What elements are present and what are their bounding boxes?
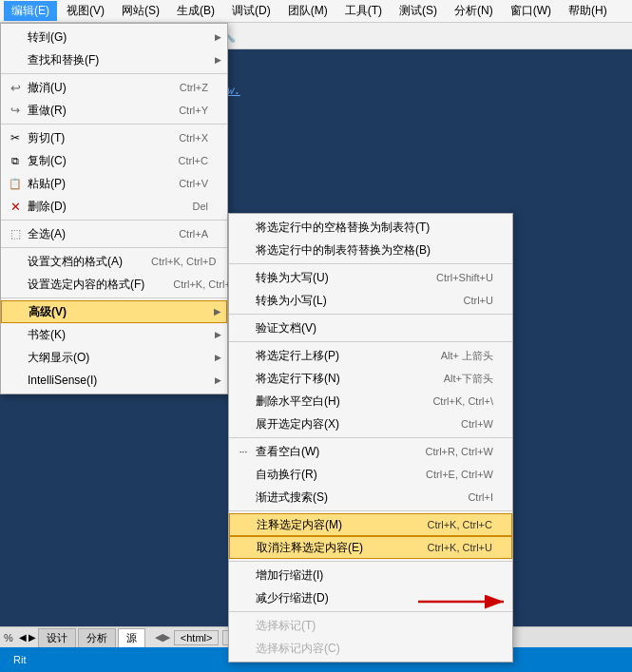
- zoom-label: %: [4, 632, 13, 643]
- adv-tab-to-space-label: 将选定行中的制表符替换为空格(B): [256, 242, 431, 259]
- cut-icon: ✂: [7, 131, 24, 144]
- adv-select-tag: 选择标记(T): [229, 614, 512, 637]
- menu-docformat[interactable]: 设置文档的格式(A) Ctrl+K, Ctrl+D: [1, 250, 227, 273]
- menu-docformat-label: 设置文档的格式(A): [28, 254, 123, 270]
- menu-delete[interactable]: ✕ 删除(D) Del: [1, 195, 227, 218]
- adv-expand[interactable]: 展开选定内容(X) Ctrl+W: [229, 413, 512, 435]
- breadcrumb-separator: ◀▶: [155, 631, 170, 643]
- menu-undo-shortcut: Ctrl+Z: [151, 82, 208, 93]
- adv-incremental-shortcut: Ctrl+I: [439, 491, 493, 503]
- menu-findreplace-label: 查找和替换(F): [28, 52, 99, 68]
- menu-selformat[interactable]: 设置选定内容的格式(F) Ctrl+K, Ctrl+F: [1, 273, 227, 296]
- adv-move-up[interactable]: 将选定行上移(P) Alt+ 上箭头: [229, 344, 512, 367]
- menu-selectall[interactable]: ⬚ 全选(A) Ctrl+A: [1, 222, 227, 245]
- sep-2: [1, 124, 227, 125]
- adv-wordwrap-label: 自动换行(R): [256, 467, 317, 483]
- menu-cut-shortcut: Ctrl+X: [150, 132, 208, 144]
- adv-validate[interactable]: 验证文档(V): [229, 317, 512, 339]
- adv-move-up-shortcut: Alt+ 上箭头: [412, 349, 493, 363]
- menu-paste[interactable]: 📋 粘贴(P) Ctrl+V: [1, 172, 227, 195]
- menu-findreplace[interactable]: 查找和替换(F): [1, 48, 227, 71]
- menu-bookmarks[interactable]: 书签(K): [1, 323, 227, 346]
- scroll-left-icon[interactable]: ◀: [19, 632, 27, 643]
- adv-sep-7: [229, 611, 512, 612]
- menu-goto[interactable]: 转到(G): [1, 26, 227, 48]
- adv-incremental-label: 渐进式搜索(S): [256, 490, 328, 506]
- menu-cut[interactable]: ✂ 剪切(T) Ctrl+X: [1, 126, 227, 149]
- menu-copy[interactable]: ⧉ 复制(C) Ctrl+C: [1, 149, 227, 172]
- adv-validate-label: 验证文档(V): [256, 320, 316, 336]
- menu-bookmarks-label: 书签(K): [28, 327, 66, 343]
- adv-sep-4: [229, 437, 512, 438]
- adv-move-down-shortcut: Alt+下箭头: [415, 372, 493, 386]
- adv-comment[interactable]: 注释选定内容(M) Ctrl+K, Ctrl+C: [229, 513, 512, 536]
- adv-select-tag-label: 选择标记(T): [256, 618, 316, 634]
- menu-edit[interactable]: 编辑(E): [4, 1, 57, 21]
- menu-cut-label: 剪切(T): [28, 130, 65, 146]
- menu-analyze[interactable]: 分析(N): [447, 1, 501, 21]
- scroll-right-icon[interactable]: ▶: [29, 632, 36, 643]
- menu-delete-label: 删除(D): [28, 199, 67, 215]
- menu-intellisense-label: IntelliSense(I): [28, 374, 97, 387]
- menubar: 编辑(E) 视图(V) 网站(S) 生成(B) 调试(D) 团队(M) 工具(T…: [0, 0, 632, 23]
- edit-menu-dropdown: 转到(G) 查找和替换(F) ↩ 撤消(U) Ctrl+Z ↪ 重做(R) Ct…: [0, 23, 228, 394]
- menu-selectall-label: 全选(A): [28, 226, 66, 242]
- adv-del-hspace[interactable]: 删除水平空白(H) Ctrl+K, Ctrl+\: [229, 390, 512, 413]
- adv-wordwrap[interactable]: 自动换行(R) Ctrl+E, Ctrl+W: [229, 463, 512, 486]
- status-rit[interactable]: Rit: [8, 654, 31, 665]
- dots-icon: ···: [235, 447, 252, 457]
- adv-uncomment[interactable]: 取消注释选定内容(E) Ctrl+K, Ctrl+U: [229, 536, 512, 559]
- menu-intellisense[interactable]: IntelliSense(I): [1, 369, 227, 392]
- menu-team[interactable]: 团队(M): [280, 1, 335, 21]
- adv-uncomment-shortcut: Ctrl+K, Ctrl+U: [399, 542, 492, 553]
- menu-tools[interactable]: 工具(T): [337, 1, 390, 21]
- menu-window[interactable]: 窗口(W): [503, 1, 559, 21]
- sep-5: [1, 298, 227, 298]
- adv-sep-1: [229, 263, 512, 264]
- adv-move-down[interactable]: 将选定行下移(N) Alt+下箭头: [229, 367, 512, 390]
- adv-uppercase[interactable]: 转换为大写(U) Ctrl+Shift+U: [229, 266, 512, 289]
- delete-icon: ✕: [7, 200, 24, 214]
- menu-docformat-shortcut: Ctrl+K, Ctrl+D: [123, 256, 216, 267]
- menu-view[interactable]: 视图(V): [59, 1, 112, 21]
- menu-selformat-shortcut: Ctrl+K, Ctrl+F: [144, 278, 237, 290]
- menu-outline[interactable]: 大纲显示(O): [1, 346, 227, 369]
- tab-design[interactable]: 设计: [38, 628, 76, 647]
- adv-move-down-label: 将选定行下移(N): [256, 371, 340, 387]
- undo-icon: ↩: [7, 81, 24, 95]
- adv-move-up-label: 将选定行上移(P): [256, 348, 339, 364]
- tab-source[interactable]: 源: [118, 628, 145, 647]
- tab-split[interactable]: 分析: [78, 628, 116, 647]
- menu-debug[interactable]: 调试(D): [224, 1, 278, 21]
- menu-test[interactable]: 测试(S): [392, 1, 445, 21]
- menu-paste-shortcut: Ctrl+V: [150, 178, 208, 189]
- adv-wordwrap-shortcut: Ctrl+E, Ctrl+W: [397, 469, 493, 480]
- adv-indent-more[interactable]: 增加行缩进(I): [229, 564, 512, 586]
- menu-redo-label: 重做(R): [28, 103, 67, 119]
- adv-incremental[interactable]: 渐进式搜索(S) Ctrl+I: [229, 486, 512, 509]
- adv-lowercase[interactable]: 转换为小写(L) Ctrl+U: [229, 289, 512, 312]
- adv-show-whitespace[interactable]: ··· 查看空白(W) Ctrl+R, Ctrl+W: [229, 440, 512, 463]
- adv-expand-shortcut: Ctrl+W: [432, 418, 493, 430]
- menu-redo[interactable]: ↪ 重做(R) Ctrl+Y: [1, 99, 227, 122]
- menu-advanced[interactable]: 高级(V): [1, 300, 227, 323]
- menu-undo-label: 撤消(U): [28, 80, 67, 96]
- menu-undo[interactable]: ↩ 撤消(U) Ctrl+Z: [1, 76, 227, 99]
- menu-copy-shortcut: Ctrl+C: [150, 155, 208, 166]
- breadcrumb-html[interactable]: <html>: [174, 630, 220, 645]
- sep-1: [1, 73, 227, 74]
- menu-build[interactable]: 生成(B): [169, 1, 222, 21]
- sep-4: [1, 247, 227, 248]
- adv-select-tag-content-label: 选择标记内容(C): [256, 641, 340, 657]
- redo-icon: ↪: [7, 104, 24, 117]
- adv-indent-less[interactable]: 减少行缩进(D): [229, 586, 512, 609]
- menu-help[interactable]: 帮助(H): [561, 1, 615, 21]
- menu-site[interactable]: 网站(S): [114, 1, 167, 21]
- menu-selformat-label: 设置选定内容的格式(F): [28, 277, 144, 293]
- sep-3: [1, 220, 227, 221]
- adv-tab-to-space[interactable]: 将选定行中的制表符替换为空格(B): [229, 239, 512, 261]
- adv-space-to-tab[interactable]: 将选定行中的空格替换为制表符(T): [229, 216, 512, 239]
- adv-uncomment-label: 取消注释选定内容(E): [257, 540, 363, 556]
- selectall-icon: ⬚: [7, 227, 24, 240]
- adv-sep-2: [229, 314, 512, 315]
